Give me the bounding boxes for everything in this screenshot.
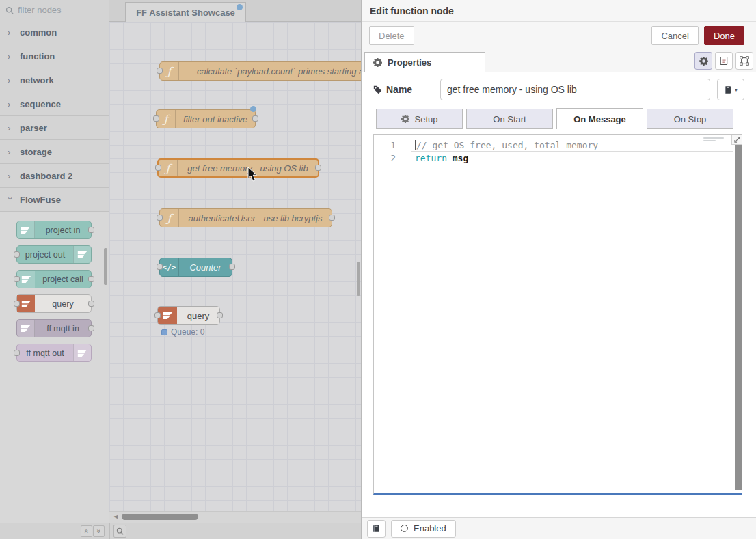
category-label: parser [20, 123, 47, 133]
edit-tray: Edit function node Delete Cancel Done Pr… [361, 0, 756, 539]
input-port[interactable] [157, 264, 163, 270]
tab-setup[interactable]: Setup [376, 109, 463, 129]
output-port[interactable] [88, 301, 94, 307]
done-button[interactable]: Done [704, 26, 744, 45]
palette-category-dashboard2[interactable]: › dashboard 2 [0, 164, 109, 188]
line-number: 2 [374, 152, 396, 165]
node-query[interactable]: query [157, 306, 220, 325]
enabled-toggle-button[interactable]: Enabled [391, 520, 456, 538]
palette-node-ff-mqtt-out[interactable]: ff mqtt out [16, 344, 92, 362]
description-icon-button[interactable] [715, 52, 733, 70]
input-port[interactable] [14, 251, 20, 258]
palette-category-flowfuse[interactable]: › FlowFuse [0, 188, 109, 212]
selection-frame-icon [740, 56, 749, 66]
node-get-free-memory[interactable]: ƒ get free memory - using OS lib [157, 158, 319, 178]
palette-scrollbar[interactable] [104, 248, 107, 285]
node-filter-out-inactive[interactable]: ƒ filter out inactive [156, 109, 256, 128]
chevron-right-icon: › [8, 124, 13, 133]
zoom-search-button[interactable] [113, 525, 126, 538]
category-label: function [20, 51, 55, 61]
editor-scrollbar[interactable] [735, 145, 742, 490]
scrollbar-thumb[interactable] [122, 514, 198, 520]
input-port[interactable] [154, 312, 161, 318]
scroll-left-arrow-icon[interactable]: ◄ [113, 513, 119, 520]
flow-grid[interactable]: ƒ calculate `payload.count` primes start… [109, 22, 361, 511]
magnifier-icon [116, 527, 124, 535]
node-counter[interactable]: </> Counter [159, 258, 232, 277]
output-port[interactable] [315, 165, 321, 171]
function-icon: ƒ [157, 110, 176, 128]
code-keyword: return [415, 153, 447, 163]
palette-node-label: project out [17, 250, 73, 260]
gear-icon [401, 115, 409, 123]
tab-on-stop[interactable]: On Stop [647, 109, 733, 129]
appearance-icon-button[interactable] [735, 52, 753, 70]
palette-category-storage[interactable]: › storage [0, 140, 109, 164]
node-authenticate-user[interactable]: ƒ authenticateUser - use lib bcryptjs [159, 208, 332, 227]
workspace-tab-label: FF Assistant Showcase [136, 8, 235, 18]
canvas-vertical-scrollbar[interactable] [357, 262, 360, 296]
node-calculate-primes[interactable]: ƒ calculate `payload.count` primes start… [159, 61, 361, 81]
output-port[interactable] [329, 215, 335, 221]
output-port[interactable] [88, 276, 94, 282]
input-port[interactable] [155, 165, 161, 171]
input-port[interactable] [157, 215, 163, 221]
minimap [703, 137, 731, 143]
node-label: query [177, 307, 219, 324]
output-port[interactable] [217, 312, 223, 318]
filter-nodes-input[interactable] [18, 5, 103, 15]
input-port[interactable] [153, 115, 159, 122]
line-number-gutter: 1 2 [374, 135, 407, 493]
palette-node-project-call[interactable]: project call [16, 270, 92, 288]
output-port[interactable] [88, 227, 94, 233]
palette-node-project-out[interactable]: project out [16, 245, 92, 264]
input-port[interactable] [157, 68, 163, 74]
palette-node-query[interactable]: query [16, 294, 92, 313]
palette-category-network[interactable]: › network [0, 68, 109, 92]
chevron-right-icon: › [8, 28, 13, 37]
category-label: dashboard 2 [20, 171, 72, 181]
output-port[interactable] [252, 115, 258, 122]
tray-footer: Enabled [362, 517, 756, 539]
input-port[interactable] [14, 276, 20, 282]
collapse-up-button[interactable]: « [81, 525, 92, 537]
chevron-right-icon: › [8, 148, 13, 156]
category-label: network [20, 75, 54, 85]
canvas-horizontal-scrollbar[interactable]: ◄ [109, 511, 361, 523]
tab-on-message[interactable]: On Message [556, 108, 643, 129]
tab-on-start[interactable]: On Start [466, 109, 553, 129]
input-port[interactable] [14, 350, 20, 356]
library-export-button[interactable] [367, 520, 386, 538]
output-port[interactable] [229, 264, 235, 270]
library-button[interactable]: ▼ [717, 79, 744, 100]
cancel-button[interactable]: Cancel [651, 26, 698, 45]
palette-node-ff-mqtt-in[interactable]: ff mqtt in [16, 319, 92, 337]
palette-category-sequence[interactable]: › sequence [0, 92, 109, 116]
tab-label: On Start [493, 114, 526, 124]
collapse-down-button[interactable]: » [93, 525, 105, 537]
palette-node-label: project in [35, 225, 91, 235]
input-port[interactable] [14, 301, 20, 307]
name-input[interactable] [440, 79, 710, 100]
node-label: Counter [179, 258, 232, 276]
category-label: FlowFuse [20, 195, 61, 205]
code-editor[interactable]: 1 2 // get OS free, used, total memory r… [373, 134, 742, 495]
document-icon [720, 56, 728, 66]
tag-icon [373, 85, 382, 94]
palette-category-function[interactable]: › function [0, 44, 109, 68]
palette-node-label: ff mqtt in [35, 324, 91, 333]
workspace-tab[interactable]: FF Assistant Showcase [125, 2, 246, 22]
palette-node-project-in[interactable]: project in [16, 221, 92, 239]
output-port[interactable] [88, 325, 94, 331]
palette-category-parser[interactable]: › parser [0, 116, 109, 140]
expand-editor-button[interactable] [731, 135, 742, 145]
caret-down-icon: ▼ [734, 87, 739, 92]
properties-icon-button[interactable] [694, 52, 712, 70]
function-icon: ƒ [160, 209, 179, 227]
delete-button[interactable]: Delete [369, 26, 414, 45]
tray-content: Name ▼ Setup On Start On Message [362, 72, 756, 517]
tab-properties[interactable]: Properties [364, 52, 485, 72]
flowfuse-icon [158, 307, 177, 324]
palette-category-common[interactable]: › common [0, 20, 109, 44]
code-text[interactable]: // get OS free, used, total memory retur… [415, 139, 732, 165]
